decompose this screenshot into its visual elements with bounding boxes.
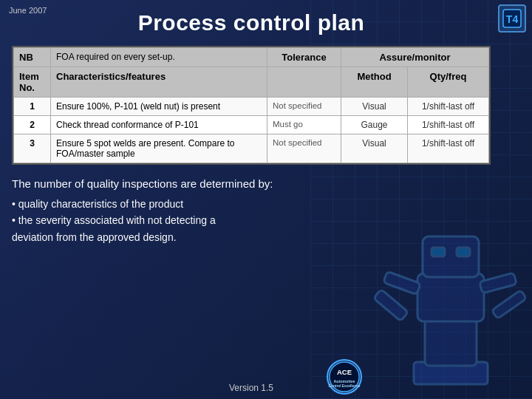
row-method: Gauge: [341, 116, 408, 134]
bottom-line-1: The number of quality inspections are de…: [12, 175, 491, 193]
row-method: Visual: [341, 98, 408, 116]
table-row: 1 Ensure 100%, P-101 (weld nut) is prese…: [14, 98, 489, 116]
assure-header: Assure/monitor: [341, 48, 489, 67]
method-header: Method: [341, 67, 408, 98]
qty-header: Qty/freq: [408, 67, 489, 98]
table-row: 3 Ensure 5 spot welds are present. Compa…: [14, 134, 489, 163]
bottom-line-4: deviation from the approved design.: [12, 229, 491, 245]
row-description: Ensure 100%, P-101 (weld nut) is present: [51, 98, 267, 116]
nb-header: NB: [14, 48, 51, 67]
table-header-row-2: Item No. Characteristics/features Method…: [14, 67, 489, 98]
svg-text:T4: T4: [506, 13, 519, 25]
svg-text:Control Excellence: Control Excellence: [329, 384, 361, 388]
row-num: 3: [14, 134, 51, 163]
ace-logo-area: ACE Automotive Control Excellence: [327, 359, 362, 395]
table-row: 2 Check thread conformance of P-101 Must…: [14, 116, 489, 134]
row-qty: 1/shift-last off: [408, 134, 489, 163]
tolerance-header: Tolerance: [267, 48, 341, 67]
characteristics-header: Characteristics/features: [51, 67, 267, 98]
version-label: Version 1.5: [0, 383, 502, 393]
row-method: Visual: [341, 134, 408, 163]
table-header-row-1: NB FOA required on every set-up. Toleran…: [14, 48, 489, 67]
row-description: Ensure 5 spot welds are present. Compare…: [51, 134, 267, 163]
row-num: 2: [14, 116, 51, 134]
row-tolerance: Must go: [267, 116, 341, 134]
svg-text:Automotive: Automotive: [334, 379, 355, 383]
bottom-line-2: • quality characteristics of the product: [12, 196, 491, 212]
row-qty: 1/shift-last off: [408, 116, 489, 134]
nb-value: FOA required on every set-up.: [51, 48, 267, 67]
item-no-header: Item No.: [14, 67, 51, 98]
row-tolerance: Not specified: [267, 134, 341, 163]
row-qty: 1/shift-last off: [408, 98, 489, 116]
page-title: Process control plan: [12, 10, 491, 35]
bottom-line-3: • the severity associated with not detec…: [12, 212, 491, 228]
process-control-table: NB FOA required on every set-up. Toleran…: [12, 46, 491, 165]
row-description: Check thread conformance of P-101: [51, 116, 267, 134]
svg-text:ACE: ACE: [337, 368, 352, 376]
row-num: 1: [14, 98, 51, 116]
table-body: 1 Ensure 100%, P-101 (weld nut) is prese…: [14, 98, 489, 163]
row-tolerance: Not specified: [267, 98, 341, 116]
ace-logo: ACE Automotive Control Excellence: [327, 359, 362, 395]
bottom-text-block: The number of quality inspections are de…: [12, 175, 491, 245]
main-content: Process control plan NB FOA required on …: [0, 0, 502, 399]
